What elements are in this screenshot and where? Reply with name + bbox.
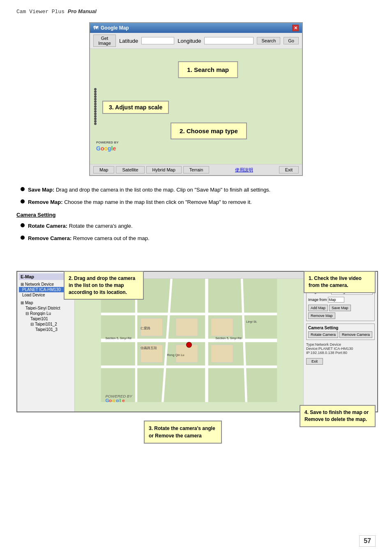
rotate-camera-text: Rotate Camera: Rotate the camera's angle… — [28, 222, 133, 230]
dialog-titlebar: 🗺 Google Map ✕ — [90, 23, 302, 33]
dialog-footer: Map Satellite Hybrid Map Terrain 使用說明 Ex… — [90, 164, 302, 175]
svg-text:Section 5, Sinyi Rd: Section 5, Sinyi Rd — [215, 336, 241, 340]
google-map-dialog: 🗺 Google Map ✕ Get Image Latitude Longit… — [89, 22, 303, 176]
dialog-title: Google Map — [101, 25, 129, 31]
svg-rect-13 — [211, 345, 233, 363]
camera-buttons: Rotate Camera Remove Camera — [308, 331, 373, 338]
get-image-button[interactable]: Get Image — [93, 35, 116, 47]
save-map-text: Save Map: Drag and drop the camera in th… — [28, 186, 270, 194]
longitude-input[interactable] — [204, 37, 254, 44]
rotate-camera-button[interactable]: Rotate Camera — [308, 331, 338, 338]
camera-setting-heading: Camera Setting — [16, 212, 376, 218]
svg-rect-12 — [211, 318, 233, 336]
rotate-camera-bullet: Rotate Camera: Rotate the camera's angle… — [21, 222, 376, 230]
map-button[interactable]: Map — [93, 166, 114, 173]
svg-text:Linyi St.: Linyi St. — [246, 320, 257, 324]
device-info-type: Type:Network Device — [306, 342, 375, 347]
emap-diagram-container: 2. Drag and drop the camera in the list … — [16, 271, 376, 448]
bullet-dot-3 — [21, 223, 25, 227]
taipei-sinyi-item[interactable]: Taipei-Sinyi District — [19, 305, 73, 311]
svg-text:g: g — [116, 398, 119, 402]
device-info-name: Device:PLANET ICA-HM130 — [306, 347, 375, 351]
latitude-label: Latitude — [119, 38, 138, 44]
image-from-input[interactable] — [328, 297, 344, 303]
taipei101-2-folder[interactable]: ⊟ Taipei101_2 — [19, 321, 73, 327]
search-button[interactable]: Search — [257, 37, 280, 44]
google-logo: POWERED BY Google — [96, 141, 119, 152]
choose-map-type-callout: 2. Choose map type — [171, 123, 247, 139]
dialog-toolbar: Get Image Latitude Longitude Search Go — [90, 33, 302, 49]
svg-text:Section 5, Sinyi Rd: Section 5, Sinyi Rd — [105, 336, 131, 340]
camera-setting-bullet-section: Rotate Camera: Rotate the camera's angle… — [21, 222, 376, 242]
svg-text:o: o — [109, 398, 112, 402]
longitude-label: Longitude — [178, 38, 201, 44]
map-scale-bar — [94, 88, 97, 125]
taipei101-3-item[interactable]: Taipei101_3 — [19, 327, 73, 332]
save-map-bullet: Save Map: Drag and drop the camera in th… — [21, 186, 376, 194]
svg-rect-9 — [176, 318, 198, 336]
image-from-row: Image from — [308, 296, 373, 303]
svg-text:e: e — [122, 398, 125, 402]
powered-by-text: POWERED BY — [96, 141, 119, 144]
svg-text:Rong Qin Lu: Rong Qin Lu — [167, 353, 184, 357]
adjust-scale-callout: 3. Adjust map scale — [102, 101, 169, 114]
rotate-remove-num: 3. — [149, 426, 153, 431]
save-finish-num: 4. — [304, 409, 309, 415]
taipei101-item[interactable]: Taipei101 — [19, 316, 73, 321]
hybrid-map-button[interactable]: Hybrid Map — [146, 166, 182, 173]
page-number: 57 — [359, 535, 376, 547]
exit-button[interactable]: Exit — [279, 166, 299, 173]
svg-text:仁愛路: 仁愛路 — [141, 326, 150, 330]
svg-point-27 — [187, 342, 192, 347]
bullet-dot-4 — [21, 236, 25, 240]
remove-camera-text: Remove Camera: Remove camera out of the … — [28, 234, 150, 243]
check-live-callout: 1. Check the live video from the camera. — [304, 271, 376, 293]
save-finish-callout: 4. Save to finish the map or Remove to d… — [300, 405, 376, 427]
remove-camera-bullet: Remove Camera: Remove camera out of the … — [21, 234, 376, 243]
terrain-button[interactable]: Terrain — [183, 166, 210, 173]
remove-map-button[interactable]: Remove Map — [308, 312, 335, 319]
titlebar-left: 🗺 Google Map — [93, 25, 129, 31]
network-device-label: Network Device — [25, 282, 54, 287]
map-area: 1. Search map 3. Adjust map scale 2. Cho… — [90, 49, 302, 164]
add-map-button[interactable]: Add Map — [308, 305, 328, 311]
page-header: Cam Viewer Plus Pro Manual — [16, 8, 376, 15]
bullet-dot — [21, 187, 25, 191]
check-live-num: 1. — [309, 275, 313, 281]
drag-drop-callout-num: 2. — [69, 275, 73, 281]
satellite-button[interactable]: Satellite — [116, 166, 144, 173]
save-map-button[interactable]: Save Map — [329, 305, 351, 311]
map-action-buttons: Add Map Save Map Remove Map — [308, 305, 373, 319]
search-map-callout: 1. Search map — [178, 61, 238, 78]
go-button[interactable]: Go — [284, 37, 299, 44]
device-info-ip: IP:192.168.0.138 Port:80 — [306, 351, 375, 355]
emap-exit-button[interactable]: Exit — [306, 358, 323, 365]
camera-setting-panel-label: Camera Setting — [308, 326, 373, 330]
rotate-remove-callout: 3. Rotate the camera's angle or Remove t… — [144, 421, 222, 444]
remove-map-text: Remove Map: Choose the map name in the m… — [28, 198, 252, 206]
svg-text:l: l — [120, 398, 121, 402]
dialog-close-button[interactable]: ✕ — [292, 25, 299, 31]
map-icon: 🗺 — [93, 25, 98, 31]
latitude-input[interactable] — [141, 37, 174, 44]
scale-line — [94, 88, 97, 125]
drag-drop-callout: 2. Drag and drop the camera in the list … — [64, 271, 144, 300]
svg-text:信義路五段: 信義路五段 — [141, 346, 157, 350]
usage-link[interactable]: 使用說明 — [235, 167, 253, 173]
map-bullet-section: Save Map: Drag and drop the camera in th… — [21, 186, 376, 206]
svg-text:o: o — [113, 398, 115, 402]
map-folder[interactable]: ⊞ Map — [19, 300, 73, 305]
device-info: Type:Network Device Device:PLANET ICA-HM… — [306, 342, 375, 355]
remove-camera-button[interactable]: Remove Camera — [339, 331, 372, 338]
map-label: Map — [25, 301, 33, 305]
camera-setting-section: Camera Setting Rotate Camera Remove Came… — [306, 324, 375, 340]
bullet-dot-2 — [21, 199, 25, 204]
remove-map-bullet: Remove Map: Choose the map name in the m… — [21, 198, 376, 206]
rongqin-folder[interactable]: ⊟ Rongqin Lu — [19, 311, 73, 316]
